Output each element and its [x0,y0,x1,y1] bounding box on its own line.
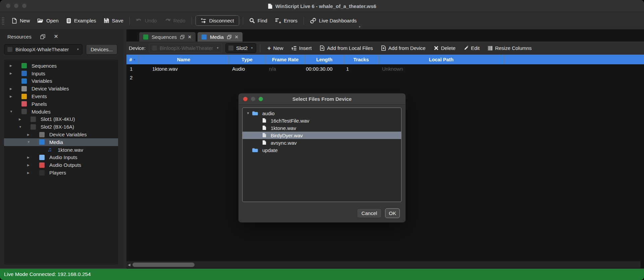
column-header-frame-rate[interactable]: Frame Rate [266,55,305,64]
dialog-tree-item-audio[interactable]: ▼ audio [243,110,401,117]
column-header-type[interactable]: Type [229,55,266,64]
devices-button[interactable]: Devices... [86,44,117,55]
title-bar: WinScript Live 6 - whale_of_a_theater.ws… [0,0,644,12]
tree-item-label: Device Variables [4,86,69,91]
tree-item-audio-inputs[interactable]: ▶Audio Inputs [4,154,118,161]
media-device-dropdown[interactable]: BinloopX-WhaleTheater ▼ [149,43,222,53]
close-panel-icon[interactable]: ✕ [54,33,58,40]
dialog-tree-item-birdydyer[interactable]: BirdyDyer.wav [243,132,401,139]
chevron-down-icon[interactable]: ▼ [19,125,22,129]
save-button[interactable]: Save [100,16,127,25]
select-files-dialog: Select Files From Device ▼ audio 16chTes… [238,93,406,223]
undock-tab-icon[interactable] [180,35,184,39]
tree-item-players[interactable]: ▶Players [4,169,118,177]
media-new-button[interactable]: + New [264,44,287,53]
chevron-right-icon[interactable]: ▶ [27,163,30,167]
add-from-local-files-button[interactable]: Add from Local Files [316,44,376,53]
audio-outputs-icon [39,162,45,168]
chevron-down-icon[interactable]: ▼ [247,112,250,115]
chevron-right-icon[interactable]: ▶ [10,87,12,90]
search-icon [249,18,255,23]
errors-button[interactable]: Errors [271,16,301,25]
find-button[interactable]: Find [246,16,271,25]
chevron-right-icon[interactable]: ▶ [27,156,30,159]
connection-status-text: Live Mode Connected: 192.168.0.254 [4,271,91,277]
ok-button[interactable]: OK [385,208,400,218]
tab-sequences[interactable]: Sequences ✕ [139,32,196,42]
plus-icon: + [267,46,271,51]
redo-icon [164,18,171,23]
delete-button[interactable]: Delete [430,44,459,53]
horizontal-scrollbar[interactable]: ◀ [126,261,641,268]
chevron-down-icon[interactable]: ▼ [10,110,13,113]
column-header-tracks[interactable]: Tracks [344,55,379,64]
tree-item-modules[interactable]: ▼Modules [4,108,118,116]
tree-item-device-variables[interactable]: ▶Device Variables [4,85,118,92]
device-label: Device: [129,45,146,51]
tree-item-slot1[interactable]: ▶Slot1 (BX-4KU) [4,116,118,123]
examples-label: Examples [74,18,96,23]
undo-button[interactable]: Undo [132,16,161,25]
table-row[interactable]: 1 1ktone.wav Audio n/a 00:00:30.00 1 Unk… [126,64,644,73]
status-bar: Live Mode Connected: 192.168.0.254 [0,269,644,280]
cell-num: 1 [126,66,139,72]
main-toolbar: New Open Examples Save Undo Redo Disconn… [0,12,644,29]
cancel-button[interactable]: Cancel [357,208,382,218]
examples-button[interactable]: Examples [62,16,100,26]
tree-item-media[interactable]: ▼Media [4,138,118,146]
disconnect-button[interactable]: Disconnect [196,15,239,26]
tree-item-sequences[interactable]: ▶Sequences [4,62,118,70]
resize-columns-button[interactable]: Resize Columns [484,44,535,53]
close-tab-icon[interactable]: ✕ [235,34,238,40]
chevron-right-icon[interactable]: ▶ [19,118,21,121]
chevron-right-icon[interactable]: ▶ [27,171,30,174]
tree-item-slot2[interactable]: ▼Slot2 (BX-16A) [4,123,118,131]
tree-item-events[interactable]: ▶Events [4,92,118,100]
undock-panel-icon[interactable] [40,34,45,39]
edit-button[interactable]: Edit [460,44,483,53]
dialog-tree-item-1ktone[interactable]: 1ktone.wav [243,124,401,132]
device-selector-dropdown[interactable]: BinloopX-WhaleTheater ▼ [4,44,83,55]
toolbar-grip-handle[interactable] [2,17,4,25]
chevron-right-icon[interactable]: ▶ [10,95,12,98]
add-from-device-button[interactable]: Add from Device [378,44,429,53]
tree-item-audio-outputs[interactable]: ▶Audio Outputs [4,161,118,169]
live-dashboards-button[interactable]: Live Dashboards [306,16,361,26]
folder-icon [252,148,258,152]
dialog-tree-item-avsync[interactable]: avsync.wav [243,139,401,146]
delete-label: Delete [441,45,455,51]
chevron-right-icon[interactable]: ▶ [10,72,12,75]
column-header-local-path[interactable]: Local Path [379,55,504,64]
tree-item-label: Players [4,170,66,176]
panels-icon [21,101,27,107]
new-button[interactable]: New [8,16,34,26]
cell-type: Audio [229,66,266,72]
column-header-name[interactable]: Name [139,55,229,64]
undock-tab-icon[interactable] [227,35,231,39]
scrollbar-thumb[interactable] [132,263,195,267]
dialog-tree-item-update[interactable]: update [243,146,401,154]
toolbar-overflow-chevron-down-icon[interactable]: ▼ [358,25,361,28]
open-button[interactable]: Open [34,16,62,25]
sequences-icon [143,34,148,40]
tab-media[interactable]: Media ✕ [198,32,243,42]
chevron-right-icon[interactable]: ▶ [27,133,30,136]
chevron-down-icon[interactable]: ▼ [27,140,30,144]
media-insert-button[interactable]: Insert [288,44,315,53]
tree-item-1ktone-wav[interactable]: ♫1ktone.wav [4,146,118,154]
resources-tree: ▶Sequences ▶Inputs Variables ▶Device Var… [4,60,118,265]
tree-item-variables[interactable]: Variables [4,77,118,85]
tree-item-inputs[interactable]: ▶Inputs [4,70,118,77]
tree-item-slot2-device-variables[interactable]: ▶Device Variables [4,131,118,138]
chevron-right-icon[interactable]: ▶ [10,64,12,67]
scroll-left-arrow-icon[interactable]: ◀ [128,263,130,267]
redo-button[interactable]: Redo [161,16,189,25]
table-row[interactable]: 2 [126,73,644,82]
dialog-tree-item-16chtestfile[interactable]: 16chTestFile.wav [243,117,401,124]
close-tab-icon[interactable]: ✕ [188,34,192,40]
column-header-length[interactable]: Length [305,55,344,64]
resize-columns-label: Resize Columns [495,45,532,51]
tree-item-panels[interactable]: Panels [4,100,118,108]
slot-dropdown[interactable]: Slot2 ▼ [225,43,256,53]
column-header-num[interactable]: #▼ [126,55,139,64]
